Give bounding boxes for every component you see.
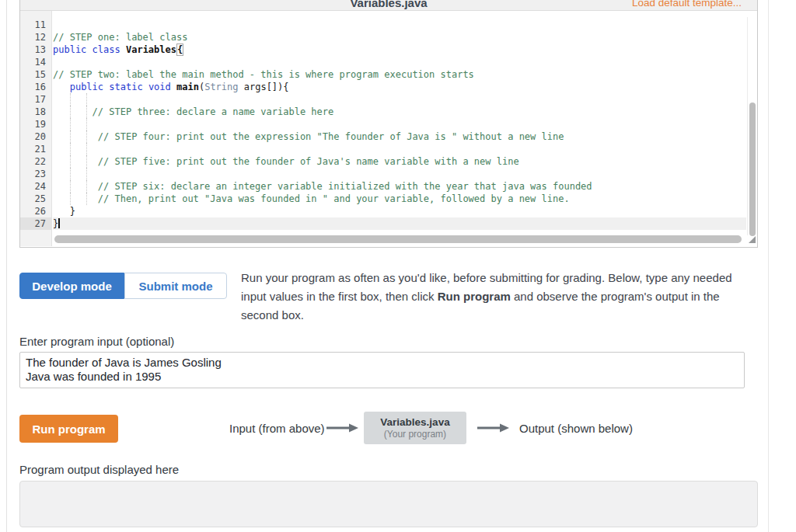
program-box-subtitle: (Your program) [384,429,446,440]
indent-guide [86,118,87,130]
vertical-scrollbar[interactable] [747,17,757,235]
line-number: 18 [20,106,51,118]
indent-guide [70,106,71,118]
indent-guide [70,118,71,130]
line-number: 25 [20,193,51,205]
line-number: 24 [20,180,51,193]
vertical-scrollbar-thumb[interactable] [749,103,756,236]
line-number: 21 [20,143,51,155]
line-number: 20 [20,130,51,143]
right-arrow-icon [326,423,359,433]
indent-guide [70,130,71,143]
indent-guide [86,143,87,155]
mode-toggle: Develop mode Submit mode [19,273,227,299]
code-line[interactable]: // STEP two: label the main method - thi… [53,68,746,81]
code-editor-panel: Variables.java Load default template... … [19,0,758,248]
indent-guide [86,155,87,168]
indent-guide [70,180,71,193]
indent-guide [70,93,71,106]
flow-output-label: Output (shown below) [519,422,633,435]
run-program-button[interactable]: Run program [19,415,118,443]
indent-guide [86,130,87,143]
line-number: 27 [20,217,51,230]
line-number: 15 [20,68,51,81]
program-box-filename: Variables.java [380,416,449,429]
code-line[interactable]: // STEP three: declare a name variable h… [53,106,746,118]
right-arrow-icon [477,423,510,433]
code-line[interactable]: // STEP four: print out the expression "… [53,130,746,143]
program-output-label: Program output displayed here [19,463,179,476]
line-number: 23 [20,168,51,180]
line-number: 12 [20,31,51,43]
code-line[interactable] [53,118,746,130]
indent-guide [86,168,87,180]
code-line[interactable] [53,168,746,180]
line-number: 13 [20,43,51,56]
code-line[interactable]: // Then, print out "Java was founded in … [53,193,746,205]
indent-guide [86,193,87,205]
program-output-box [19,481,758,527]
indent-guide [86,180,87,193]
line-number: 14 [20,56,51,68]
develop-mode-button[interactable]: Develop mode [19,273,124,299]
indent-guide [86,106,87,118]
page-right-border [768,0,769,532]
indent-guide [70,155,71,168]
line-number: 17 [20,93,51,106]
flow-input-label: Input (from above) [229,422,325,435]
code-line[interactable]: } [53,205,746,217]
indent-guide [70,193,71,205]
indent-guide [86,93,87,106]
code-line[interactable]: // STEP one: label class [53,31,746,43]
submit-mode-button[interactable]: Submit mode [124,273,227,299]
program-input-label: Enter program input (optional) [19,335,174,348]
horizontal-scrollbar-thumb[interactable] [54,235,742,243]
code-lines[interactable]: // STEP one: label classpublic class Var… [53,11,746,230]
text-cursor [58,218,60,228]
code-line[interactable] [53,143,746,155]
page: Variables.java Load default template... … [0,0,796,532]
page-left-border [6,0,7,532]
code-line[interactable]: public static void main(String args[]){ [53,81,746,93]
line-number: 16 [20,81,51,93]
instructions-bold: Run program [438,290,511,303]
indent-guide [70,168,71,180]
code-line[interactable]: // STEP five: print out the founder of J… [53,155,746,168]
code-line[interactable]: } [53,217,746,230]
instructions-text: Run your program as often as you'd like,… [241,269,754,325]
editor-header: Variables.java Load default template... [20,0,757,11]
line-number: 26 [20,205,51,217]
program-input-textarea[interactable]: The founder of Java is James Gosling Jav… [19,352,745,388]
horizontal-scrollbar[interactable] [53,235,745,243]
code-line[interactable] [53,56,746,68]
line-number: 19 [20,118,51,130]
load-default-template-link[interactable]: Load default template... [632,0,742,10]
resize-handle-icon[interactable] [749,236,756,243]
line-number: 22 [20,155,51,168]
code-line[interactable]: // STEP six: declare an integer variable… [53,180,746,193]
program-box: Variables.java (Your program) [364,412,466,444]
code-line[interactable] [53,93,746,106]
code-line[interactable]: public class Variables{ [53,43,746,56]
editor-body[interactable]: 1112131415161718192021222324252627 // ST… [20,11,757,246]
indent-guide [70,143,71,155]
code-line[interactable] [53,19,746,31]
gutter: 1112131415161718192021222324252627 [20,11,52,246]
line-number: 11 [20,19,51,31]
